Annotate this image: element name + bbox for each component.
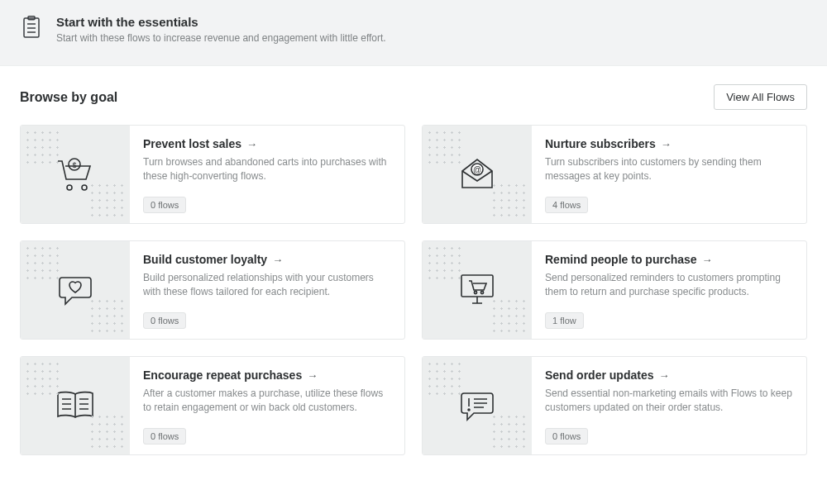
goal-card-build-loyalty[interactable]: Build customer loyalty → Build personali… <box>20 240 405 340</box>
goal-cards-grid: $ Prevent lost sales → Turn browses and … <box>0 121 827 475</box>
goal-card-nurture-subscribers[interactable]: @ Nurture subscribers → Turn subscribers… <box>422 125 807 224</box>
card-title: Remind people to purchase <box>545 253 697 266</box>
checklist-icon <box>20 15 43 40</box>
card-desc: After a customer makes a purchase, utili… <box>143 387 391 418</box>
svg-point-15 <box>480 291 483 293</box>
monitor-cart-icon <box>423 241 532 339</box>
svg-text:$: $ <box>72 161 76 169</box>
arrow-right-icon: → <box>658 369 669 382</box>
view-all-flows-button[interactable]: View All Flows <box>714 84 807 110</box>
card-desc: Send essential non-marketing emails with… <box>545 387 793 418</box>
arrow-right-icon: → <box>661 138 672 150</box>
card-desc: Build personalized relationships with yo… <box>143 271 391 302</box>
svg-point-5 <box>67 185 72 190</box>
card-title: Encourage repeat purchases <box>143 368 302 382</box>
goal-card-remind-purchase[interactable]: Remind people to purchase → Send persona… <box>422 240 807 340</box>
open-book-icon <box>21 357 130 454</box>
card-title: Build customer loyalty <box>143 253 267 266</box>
flow-count-badge: 0 flows <box>545 428 588 445</box>
envelope-at-icon: @ <box>423 126 532 223</box>
card-title: Nurture subscribers <box>545 137 656 150</box>
card-title: Send order updates <box>545 368 653 382</box>
essentials-banner: Start with the essentials Start with the… <box>0 0 827 66</box>
goal-card-prevent-lost-sales[interactable]: $ Prevent lost sales → Turn browses and … <box>20 125 405 224</box>
svg-point-14 <box>474 291 476 293</box>
arrow-right-icon: → <box>272 254 283 266</box>
flow-count-badge: 4 flows <box>545 197 588 213</box>
flow-count-badge: 0 flows <box>143 197 186 213</box>
flow-count-badge: 0 flows <box>143 428 186 445</box>
browse-title: Browse by goal <box>20 90 117 105</box>
svg-text:@: @ <box>473 165 481 174</box>
chat-alert-icon <box>423 357 532 454</box>
cart-dollar-icon: $ <box>21 126 130 223</box>
flow-count-badge: 0 flows <box>143 312 186 329</box>
banner-subtitle: Start with these flows to increase reven… <box>56 32 386 44</box>
goal-card-repeat-purchases[interactable]: Encourage repeat purchases → After a cus… <box>20 356 405 455</box>
arrow-right-icon: → <box>246 138 257 150</box>
chat-heart-icon <box>21 241 130 339</box>
flow-count-badge: 1 flow <box>545 312 584 329</box>
svg-point-6 <box>82 185 87 190</box>
card-desc: Turn subscribers into customers by sendi… <box>545 155 793 187</box>
arrow-right-icon: → <box>702 254 713 266</box>
browse-header: Browse by goal View All Flows <box>0 66 827 121</box>
card-desc: Send personalized reminders to customers… <box>545 271 793 302</box>
card-desc: Turn browses and abandoned carts into pu… <box>143 155 391 187</box>
card-title: Prevent lost sales <box>143 137 241 150</box>
banner-text: Start with the essentials Start with the… <box>56 15 386 44</box>
banner-title: Start with the essentials <box>56 15 386 29</box>
arrow-right-icon: → <box>307 369 318 382</box>
svg-point-24 <box>468 409 470 411</box>
goal-card-order-updates[interactable]: Send order updates → Send essential non-… <box>422 356 807 455</box>
